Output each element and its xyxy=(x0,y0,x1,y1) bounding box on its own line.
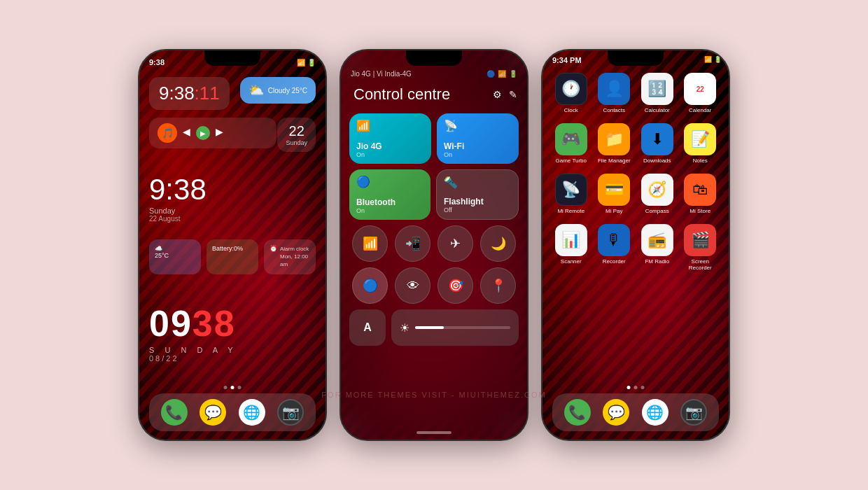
gameturbo-icon: 🎮 xyxy=(555,123,587,155)
wifi-toggle[interactable]: 📡 Wi-Fi On xyxy=(437,113,519,164)
wifi-icon: 📡 xyxy=(444,119,458,132)
contacts-icon: 👤 xyxy=(598,73,630,105)
calendar-label: Calendar xyxy=(689,107,711,113)
ctrl-row-4: 🔵 👁 🎯 📍 xyxy=(349,267,519,304)
app-gameturbo[interactable]: 🎮 Game Turbo xyxy=(553,123,589,164)
phone-1-content: 9:38 📶 🔋 9:38:11 ⛅ Cloudy 25°C xyxy=(139,50,326,440)
phone-3-dots xyxy=(627,386,645,389)
battery-widget: Battery:0% xyxy=(206,239,258,274)
bt-label: Bluetooth xyxy=(356,197,396,207)
phone-2-screen: Jio 4G | Vi India-4G 🔵 📶 🔋 Control centr… xyxy=(341,50,527,440)
phone-1-time-main: 9:38:11 xyxy=(159,83,220,104)
brightness-slider[interactable]: ☀ xyxy=(391,309,519,346)
app-row-1: 🕐 Clock 👤 Contacts 🔢 Calculator xyxy=(550,73,722,113)
moon-btn[interactable]: 🌙 xyxy=(480,225,516,262)
dock-messages-icon[interactable]: 💬 xyxy=(200,399,226,426)
flash-status: Off xyxy=(444,206,452,214)
phone-2-home-indicator xyxy=(416,431,451,434)
jio-toggle[interactable]: 📶 Jio 4G On xyxy=(349,113,431,164)
dock-camera-icon[interactable]: 📷 xyxy=(277,399,304,426)
app-fmradio[interactable]: 📻 FM Radio xyxy=(639,224,676,271)
p2-title-icons: ⚙ ✎ xyxy=(493,89,517,100)
dot-1 xyxy=(224,386,227,389)
downloads-icon: ⬇ xyxy=(641,123,673,155)
scanner-icon: 📊 xyxy=(555,224,587,256)
app-compass[interactable]: 🧭 Compass xyxy=(639,174,676,214)
flashlight-icon: 🔦 xyxy=(444,176,458,189)
signal-icon: 📶 xyxy=(704,56,712,63)
ctrl-row-2: 🔵 Bluetooth On 🔦 Flashlight Off xyxy=(349,169,519,220)
dock-phone-icon[interactable]: 📞 xyxy=(161,399,188,426)
location-btn[interactable]: 📍 xyxy=(480,267,516,304)
app-screenrecorder[interactable]: 🎬 Screen Recorder xyxy=(682,224,718,271)
edit-icon[interactable]: ✎ xyxy=(509,89,517,100)
flashlight-toggle[interactable]: 🔦 Flashlight Off xyxy=(436,169,519,220)
recorder-label: Recorder xyxy=(603,258,626,265)
app-downloads[interactable]: ⬇ Downloads xyxy=(639,123,676,164)
nfc-btn[interactable]: 🔵 xyxy=(352,267,388,304)
wifi-small-btn[interactable]: 📶 xyxy=(352,225,388,262)
phone-1-weather-widget[interactable]: ⛅ Cloudy 25°C xyxy=(240,77,316,104)
phone-3-notch xyxy=(608,50,664,66)
next-icon[interactable]: ▶ xyxy=(216,126,223,140)
date-number: 22 xyxy=(286,123,307,139)
app-mipay[interactable]: 💳 Mi Pay xyxy=(596,174,632,214)
p3-dot-3 xyxy=(641,386,645,389)
miremote-label: Mi Remote xyxy=(557,208,584,214)
mipay-label: Mi Pay xyxy=(606,208,622,214)
phone-1: 9:38 📶 🔋 9:38:11 ⛅ Cloudy 25°C xyxy=(138,49,327,441)
play-button[interactable]: ▶ xyxy=(196,126,210,140)
fmradio-icon: 📻 xyxy=(641,224,673,256)
jio-icon: 📶 xyxy=(356,119,370,132)
dot-2-active xyxy=(231,386,234,389)
app-calendar[interactable]: 22 Calendar xyxy=(682,73,718,113)
airplane-btn[interactable]: ✈ xyxy=(438,225,473,262)
p2-status-right: 🔵 📶 🔋 xyxy=(486,70,517,78)
weather-small-widget: ☁️ 25°C xyxy=(149,239,201,274)
app-filemanager[interactable]: 📁 File Manager xyxy=(596,123,632,164)
bluetooth-toggle[interactable]: 🔵 Bluetooth On xyxy=(349,169,430,220)
fmradio-label: FM Radio xyxy=(645,258,669,265)
control-centre-title: Control centre xyxy=(354,85,450,104)
app-contacts[interactable]: 👤 Contacts xyxy=(596,73,632,113)
app-notes[interactable]: 📝 Notes xyxy=(682,123,718,164)
miremote-icon: 📡 xyxy=(555,174,587,206)
carrier-label: Jio 4G | Vi India-4G xyxy=(351,70,412,78)
screenrec-label: Screen Recorder xyxy=(682,258,718,271)
p3-dot-2 xyxy=(634,386,638,389)
jio-status: On xyxy=(356,151,365,158)
phone-2-notch xyxy=(406,50,462,66)
scanner-label: Scanner xyxy=(561,258,582,265)
app-calculator[interactable]: 🔢 Calculator xyxy=(639,73,676,113)
clock-label: Clock xyxy=(564,107,578,113)
accessibility-btn[interactable]: A xyxy=(349,309,386,346)
app-mistore[interactable]: 🛍 Mi Store xyxy=(682,174,718,214)
screen-mirror-btn[interactable]: 📲 xyxy=(395,225,430,262)
phone-1-status-icons: 📶 🔋 xyxy=(297,59,316,66)
eye-btn[interactable]: 👁 xyxy=(395,267,430,304)
ctrl-bottom-row: A ☀ xyxy=(349,309,519,346)
phone-3: 9:34 PM 📶 🔋 🕐 Clock 👤 xyxy=(541,49,730,441)
app-row-3: 📡 Mi Remote 💳 Mi Pay 🧭 Compass 🛍 xyxy=(550,174,722,214)
app-recorder[interactable]: 🎙 Recorder xyxy=(596,224,632,271)
app-miremote[interactable]: 📡 Mi Remote xyxy=(553,174,589,214)
gameturbo-label: Game Turbo xyxy=(556,158,587,164)
weather-icon: ⛅ xyxy=(248,83,264,98)
p3-dock-cam[interactable]: 📷 xyxy=(680,399,707,426)
settings-icon[interactable]: ⚙ xyxy=(493,89,502,100)
bt-status-icon: 🔵 xyxy=(486,70,495,78)
app-scanner[interactable]: 📊 Scanner xyxy=(553,224,589,271)
phone-1-large-time: 9:38 Sunday 22 August xyxy=(149,173,206,223)
p3-dock-msg[interactable]: 💬 xyxy=(603,399,629,426)
phone-1-music-widget[interactable]: 🎵 ◀ ▶ ▶ xyxy=(149,118,276,148)
calculator-icon: 🔢 xyxy=(641,73,673,105)
prev-icon[interactable]: ◀ xyxy=(183,126,190,140)
focus-btn[interactable]: 🎯 xyxy=(438,267,473,304)
compass-icon: 🧭 xyxy=(641,174,673,206)
ctrl-row-3: 📶 📲 ✈ 🌙 xyxy=(349,225,519,262)
mistore-icon: 🛍 xyxy=(684,174,716,206)
dock-chrome-icon[interactable]: 🌐 xyxy=(239,399,265,426)
p3-dock-phone[interactable]: 📞 xyxy=(564,399,591,426)
p3-dock-chrome[interactable]: 🌐 xyxy=(642,399,668,426)
app-clock[interactable]: 🕐 Clock xyxy=(553,73,589,113)
